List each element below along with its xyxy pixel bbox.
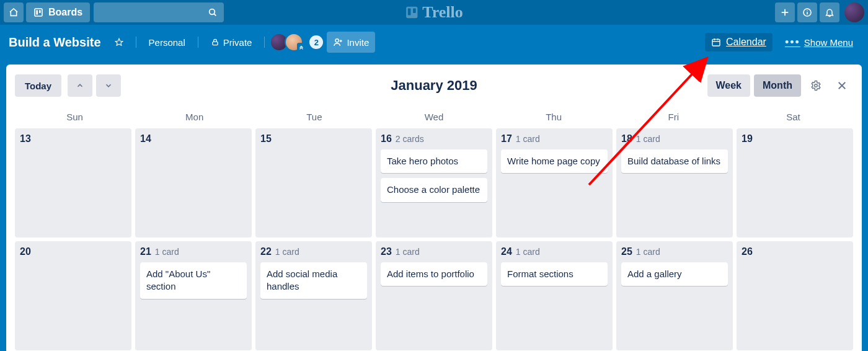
board-title[interactable]: Build a Website (9, 35, 101, 50)
close-icon (836, 80, 848, 91)
show-menu-button[interactable]: ••• Show Menu (779, 32, 859, 53)
boards-label: Boards (48, 7, 82, 18)
day-number: 22 (260, 246, 272, 257)
svg-rect-2 (39, 10, 41, 13)
calendar-card[interactable]: Format sections (501, 262, 608, 286)
calendar-card[interactable]: Add items to portfolio (381, 262, 487, 286)
day-number: 24 (501, 246, 512, 257)
day-number: 26 (742, 246, 753, 257)
team-visibility[interactable]: Personal (143, 32, 192, 53)
day-card-count: 2 cards (396, 134, 424, 144)
day-card-count: 1 card (636, 134, 660, 144)
calendar-day-cell[interactable]: 221 cardAdd social media handles (255, 241, 372, 350)
search-icon (208, 7, 218, 17)
trello-logo-icon (405, 6, 418, 19)
settings-button[interactable] (805, 74, 827, 97)
search-input[interactable] (94, 2, 224, 22)
svg-rect-6 (408, 9, 411, 16)
info-button[interactable] (797, 2, 817, 22)
day-card-count: 1 card (516, 134, 540, 144)
create-button[interactable] (775, 2, 795, 22)
calendar-day-cell[interactable]: 251 cardAdd a gallery (616, 241, 733, 350)
calendar-day-cell[interactable]: 14 (135, 128, 252, 238)
calendar-powerup-button[interactable]: Calendar (705, 33, 773, 51)
calendar-card[interactable]: Build database of links (621, 149, 728, 173)
calendar-day-cell[interactable]: 19 (737, 128, 853, 238)
calendar-day-cell[interactable]: 13 (15, 128, 131, 238)
day-number: 17 (501, 133, 512, 144)
plus-icon (780, 7, 790, 17)
close-button[interactable] (831, 74, 853, 97)
prev-button[interactable] (68, 74, 92, 97)
chevron-up-icon (76, 81, 84, 90)
home-icon (9, 7, 19, 17)
calendar-grid: 131415162 cardsTake hero photosChoose a … (15, 128, 853, 350)
star-icon (115, 37, 123, 47)
svg-line-4 (214, 14, 216, 16)
day-card-count: 1 card (516, 247, 540, 257)
calendar-card[interactable]: Add social media handles (260, 262, 367, 299)
user-avatar[interactable] (844, 2, 864, 22)
calendar-card[interactable]: Add a gallery (621, 262, 728, 286)
ellipsis-icon: ••• (785, 36, 800, 49)
notifications-button[interactable] (820, 2, 839, 22)
calendar-card[interactable]: Take hero photos (381, 149, 487, 173)
calendar-day-cell[interactable]: 26 (737, 241, 853, 350)
day-number: 16 (381, 133, 392, 144)
calendar-day-cell[interactable]: 231 cardAdd items to portfolio (376, 241, 492, 350)
calendar-day-cell[interactable]: 211 cardAdd "About Us" section (135, 241, 252, 350)
day-number: 18 (621, 133, 632, 144)
view-month-button[interactable]: Month (754, 74, 801, 97)
team-label: Personal (149, 37, 185, 48)
weekday-header: Sun (15, 107, 135, 128)
calendar-label: Calendar (726, 37, 766, 48)
month-title: January 2019 (391, 78, 477, 94)
trello-logo-text: Trello (422, 3, 463, 22)
day-number: 13 (20, 133, 31, 144)
weekday-header: Thu (494, 107, 614, 128)
calendar-toolbar: Today January 2019 Week Month (15, 73, 853, 98)
day-number: 14 (140, 133, 151, 144)
svg-rect-1 (36, 10, 38, 14)
trello-logo[interactable]: Trello (405, 3, 463, 22)
calendar-day-cell[interactable]: 171 cardWrite home page copy (496, 128, 613, 238)
day-card-count: 1 card (155, 247, 179, 257)
calendar-day-cell[interactable]: 20 (15, 241, 131, 350)
svg-rect-7 (413, 9, 416, 13)
calendar-card[interactable]: Choose a color palette (381, 178, 487, 202)
svg-point-15 (335, 39, 339, 42)
boards-button[interactable]: Boards (26, 2, 90, 22)
calendar-day-cell[interactable]: 181 cardBuild database of links (616, 128, 733, 238)
star-button[interactable] (108, 32, 130, 53)
day-number: 23 (381, 246, 392, 257)
calendar-day-cell[interactable]: 241 cardFormat sections (496, 241, 613, 350)
home-button[interactable] (4, 2, 24, 22)
privacy-visibility[interactable]: Private (205, 32, 259, 53)
calendar-icon (711, 37, 721, 47)
day-number: 21 (140, 246, 151, 257)
weekday-header: Sat (733, 107, 853, 128)
svg-marker-13 (115, 38, 123, 45)
privacy-label: Private (223, 37, 252, 48)
board-members[interactable]: 2 (273, 33, 323, 51)
member-count: 2 (309, 35, 323, 49)
add-member-icon (333, 37, 343, 47)
view-week-button[interactable]: Week (707, 74, 751, 97)
svg-point-12 (807, 10, 807, 11)
next-button[interactable] (96, 74, 121, 97)
calendar-panel: Today January 2019 Week Month SunMonTueW… (6, 64, 862, 351)
calendar-day-cell[interactable]: 15 (255, 128, 372, 238)
day-number: 20 (20, 246, 31, 257)
member-badge-icon (297, 43, 306, 51)
invite-button[interactable]: Invite (327, 32, 375, 53)
calendar-day-cell[interactable]: 162 cardsTake hero photosChoose a color … (376, 128, 492, 238)
show-menu-label: Show Menu (804, 37, 853, 48)
svg-point-22 (815, 84, 818, 87)
calendar-card[interactable]: Add "About Us" section (140, 262, 247, 299)
svg-rect-14 (213, 42, 218, 45)
today-button[interactable]: Today (15, 74, 61, 97)
day-number: 25 (621, 246, 632, 257)
day-card-count: 1 card (275, 247, 299, 257)
chevron-down-icon (104, 81, 113, 90)
calendar-card[interactable]: Write home page copy (501, 149, 608, 173)
